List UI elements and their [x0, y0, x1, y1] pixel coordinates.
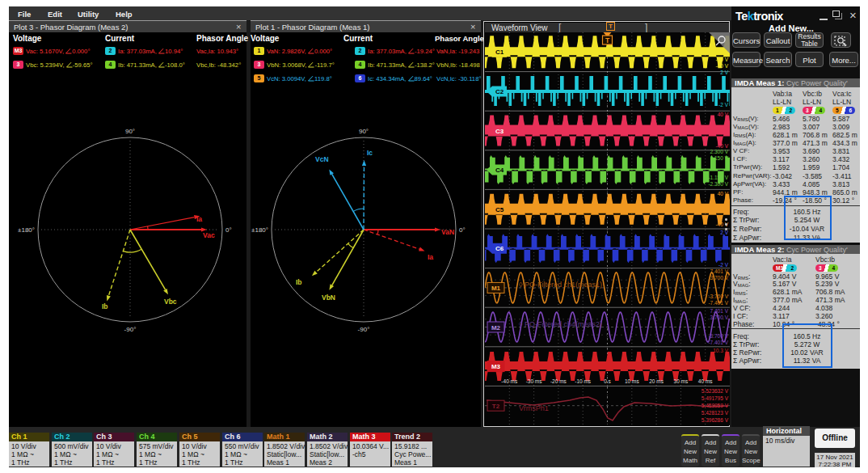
svg-text:C1: C1	[495, 49, 504, 56]
svg-text:C4: C4	[495, 167, 504, 174]
svg-text:-20 V: -20 V	[715, 57, 728, 62]
svg-text:30 ms: 30 ms	[674, 378, 689, 384]
svg-text:2 V: 2 V	[720, 230, 728, 235]
svg-text:40 V: 40 V	[718, 112, 729, 117]
svg-text:◊ PQ-Filtered ch1(meas1): ◊ PQ-Filtered ch1(meas1)	[519, 281, 602, 289]
svg-text:Vac: Vac	[203, 231, 215, 239]
svg-text:2 V: 2 V	[720, 70, 728, 75]
svg-text:VaN: VaN	[441, 228, 454, 236]
svg-text:C2: C2	[495, 88, 504, 95]
svg-text:90°: 90°	[125, 128, 135, 135]
svg-text:VrmsPh1: VrmsPh1	[519, 404, 549, 412]
svg-text:-90°: -90°	[358, 326, 370, 333]
svg-text:Vbc: Vbc	[164, 298, 177, 306]
svg-text:-30 ms: -30 ms	[526, 378, 543, 384]
svg-text:T2: T2	[492, 403, 500, 410]
svg-text:-40 ms: -40 ms	[501, 378, 518, 384]
svg-text:M3: M3	[491, 363, 501, 370]
svg-text:◊ PQ-Filtered ch4(meas2): ◊ PQ-Filtered ch4(meas2)	[519, 320, 602, 328]
svg-text:90°: 90°	[359, 128, 369, 135]
svg-text:VcN: VcN	[315, 155, 329, 163]
svg-text:Ib: Ib	[102, 302, 108, 310]
svg-text:-1.150 V: -1.150 V	[708, 175, 728, 180]
svg-text:-2 V: -2 V	[718, 262, 729, 268]
svg-text:1.150 V: 1.150 V	[710, 155, 729, 161]
svg-text:-40 V: -40 V	[715, 143, 728, 149]
svg-text:-2.300 V: -2.300 V	[708, 181, 728, 187]
svg-text:-3.700 V: -3.700 V	[708, 294, 728, 299]
svg-text:10.3 V: 10.3 V	[713, 348, 728, 353]
svg-text:5.491795 V: 5.491795 V	[702, 395, 729, 401]
svg-text:T: T	[605, 36, 610, 44]
svg-text:-3.700 V: -3.700 V	[708, 333, 728, 339]
svg-text:M2: M2	[491, 324, 501, 332]
svg-text:Ib: Ib	[296, 278, 302, 286]
svg-text:-2 V: -2 V	[718, 102, 729, 108]
svg-text:C6: C6	[495, 245, 504, 252]
svg-text:Ia: Ia	[428, 253, 433, 261]
svg-text:-90°: -90°	[124, 326, 137, 333]
svg-text:5.396286 V: 5.396286 V	[702, 417, 729, 423]
svg-text:2.300 V: 2.300 V	[710, 149, 729, 154]
svg-text:-10 ms: -10 ms	[575, 378, 592, 384]
svg-text:0 s: 0 s	[604, 378, 611, 384]
svg-text:-20 ms: -20 ms	[550, 378, 567, 384]
svg-text:-40 V: -40 V	[715, 63, 728, 69]
svg-text:0°: 0°	[459, 226, 466, 234]
svg-text:M1: M1	[491, 285, 501, 292]
svg-text:7.401 V: 7.401 V	[710, 268, 729, 274]
svg-text:C3: C3	[495, 128, 504, 135]
svg-text:C5: C5	[495, 206, 504, 213]
svg-text:5.459959 V: 5.459959 V	[702, 403, 729, 408]
svg-text:VbN: VbN	[322, 294, 335, 302]
svg-text:-7.401 V: -7.401 V	[708, 340, 728, 345]
svg-text:-7.401 V: -7.401 V	[708, 300, 728, 306]
svg-text:10 ms: 10 ms	[625, 378, 639, 384]
svg-text:Ia: Ia	[196, 215, 202, 223]
svg-text:7.401 V: 7.401 V	[710, 308, 729, 314]
svg-text:40 V: 40 V	[718, 191, 729, 196]
svg-text:40 ms: 40 ms	[698, 378, 713, 384]
svg-text:0°: 0°	[225, 226, 232, 234]
svg-text:3.700 V: 3.700 V	[710, 315, 729, 320]
svg-text:±180°: ±180°	[18, 226, 35, 234]
svg-text:5.428123 V: 5.428123 V	[702, 410, 729, 416]
svg-text:3.700 V: 3.700 V	[710, 275, 729, 281]
svg-text:±180°: ±180°	[251, 226, 268, 234]
svg-text:5.523632 V: 5.523632 V	[702, 388, 729, 394]
svg-text:20 ms: 20 ms	[649, 378, 664, 384]
svg-text:Ic: Ic	[367, 149, 373, 157]
